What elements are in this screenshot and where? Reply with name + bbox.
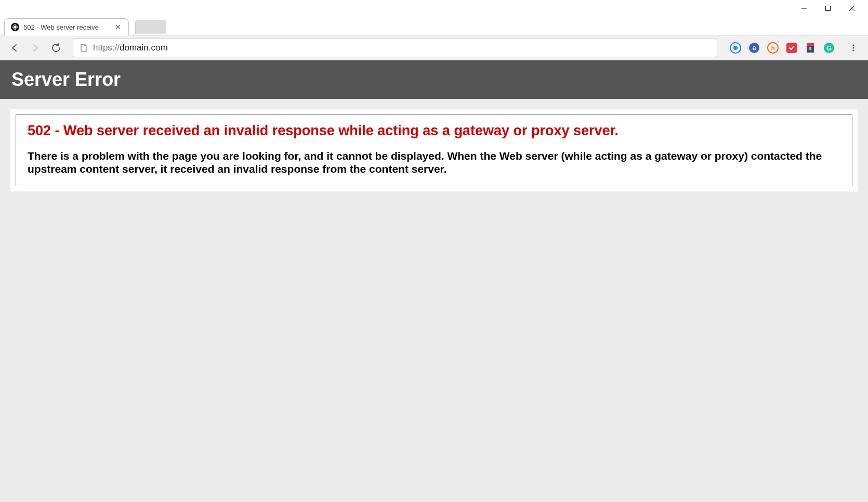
- extension-icon-2[interactable]: a: [748, 42, 760, 54]
- page-info-icon[interactable]: [80, 44, 88, 52]
- error-box: 502 - Web server received an invalid res…: [16, 114, 852, 186]
- extension-icon-3[interactable]: h: [767, 42, 779, 54]
- minimize-button[interactable]: [792, 0, 816, 17]
- browser-menu-button[interactable]: [845, 40, 862, 56]
- svg-point-21: [853, 47, 854, 48]
- svg-rect-14: [786, 43, 797, 53]
- server-error-banner: Server Error: [0, 60, 868, 99]
- window-controls: [0, 0, 868, 17]
- error-container: 502 - Web server received an invalid res…: [10, 109, 858, 191]
- error-description: There is a problem with the page you are…: [28, 149, 840, 175]
- page-content: Server Error 502 - Web server received a…: [0, 60, 868, 502]
- url-text: https://domain.com: [93, 43, 168, 53]
- extension-icon-1[interactable]: [730, 42, 741, 54]
- extension-icon-5[interactable]: [805, 42, 816, 54]
- address-bar[interactable]: https://domain.com: [73, 38, 717, 57]
- svg-rect-17: [809, 47, 811, 50]
- svg-text:G: G: [826, 44, 832, 52]
- browser-tab[interactable]: 502 - Web server receive: [4, 18, 129, 36]
- svg-point-9: [733, 46, 738, 50]
- reload-button[interactable]: [48, 40, 64, 56]
- svg-text:a: a: [753, 44, 756, 52]
- tab-close-button[interactable]: [114, 23, 122, 31]
- svg-point-22: [853, 49, 854, 51]
- tab-title: 502 - Web server receive: [23, 23, 110, 31]
- new-tab-button[interactable]: [135, 20, 166, 34]
- back-button[interactable]: [6, 40, 23, 56]
- extension-icon-4[interactable]: [786, 42, 797, 54]
- svg-text:h: h: [771, 45, 775, 51]
- svg-point-20: [853, 44, 854, 46]
- tab-bar: 502 - Web server receive: [0, 17, 868, 35]
- svg-rect-1: [826, 6, 831, 11]
- error-title: 502 - Web server received an invalid res…: [28, 122, 840, 140]
- close-window-button[interactable]: [840, 0, 864, 17]
- browser-toolbar: https://domain.com a h G: [0, 35, 868, 60]
- maximize-button[interactable]: [816, 0, 840, 17]
- svg-rect-16: [807, 43, 814, 46]
- extension-icon-6[interactable]: G: [823, 42, 835, 54]
- extensions-area: a h G: [726, 42, 839, 54]
- forward-button[interactable]: [27, 40, 44, 56]
- tab-favicon-icon: [11, 23, 19, 31]
